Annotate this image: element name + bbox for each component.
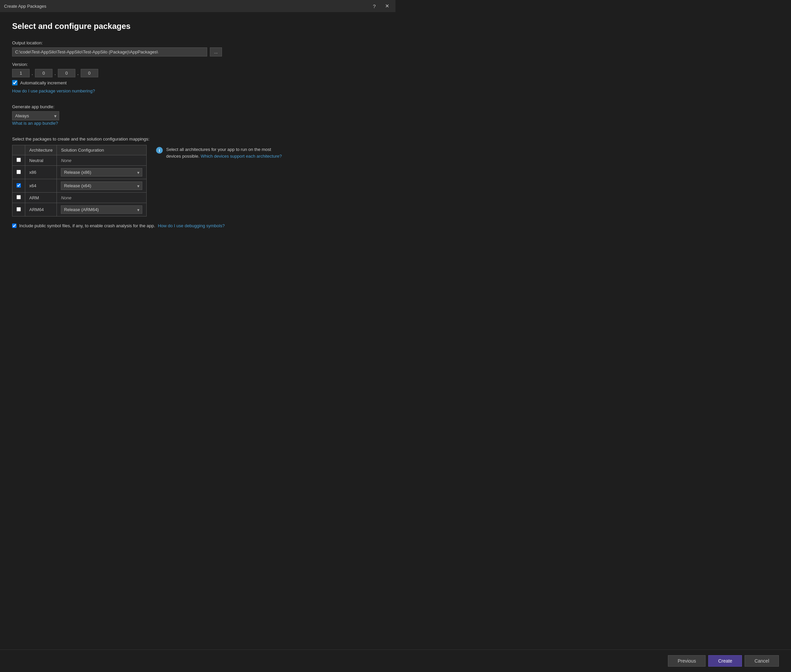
info-icon: i bbox=[156, 147, 163, 154]
checkbox-x64[interactable] bbox=[16, 183, 21, 187]
version-revision[interactable] bbox=[81, 69, 98, 77]
debugging-symbols-link[interactable]: How do I use debugging symbols? bbox=[158, 223, 225, 228]
devices-support-link[interactable]: Which devices support each architecture? bbox=[201, 154, 282, 159]
config-arm64-select[interactable]: Release (ARM64) bbox=[61, 205, 142, 214]
version-label: Version: bbox=[12, 62, 383, 67]
symbol-files-section: Include public symbol files, if any, to … bbox=[12, 223, 383, 228]
architecture-table: Architecture Solution Configuration Neut… bbox=[12, 145, 147, 216]
table-row: Neutral None bbox=[13, 155, 147, 166]
check-cell-neutral bbox=[13, 155, 25, 166]
output-location-section: Output location: ... bbox=[12, 40, 383, 56]
checkbox-arm64[interactable] bbox=[16, 207, 21, 211]
version-numbering-link[interactable]: How do I use package version numbering? bbox=[12, 88, 95, 93]
config-neutral-value: None bbox=[61, 158, 71, 163]
generate-bundle-label: Generate app bundle: bbox=[12, 104, 383, 109]
app-bundle-link[interactable]: What is an app bundle? bbox=[12, 121, 58, 126]
checkbox-x86[interactable] bbox=[16, 170, 21, 174]
version-minor[interactable] bbox=[35, 69, 53, 77]
config-x64-select[interactable]: Release (x64) bbox=[61, 182, 142, 190]
auto-increment-row: Automatically increment bbox=[12, 80, 383, 85]
title-bar: Create App Packages ? ✕ bbox=[0, 0, 396, 12]
output-location-row: ... bbox=[12, 47, 383, 56]
arch-arm64: ARM64 bbox=[25, 203, 57, 216]
check-cell-x64 bbox=[13, 179, 25, 193]
symbol-files-label: Include public symbol files, if any, to … bbox=[19, 223, 155, 228]
packages-section: Select the packages to create and the so… bbox=[12, 136, 383, 216]
table-header-row: Architecture Solution Configuration bbox=[13, 145, 147, 155]
generate-bundle-dropdown[interactable]: Always As needed Never bbox=[12, 111, 59, 120]
auto-increment-label: Automatically increment bbox=[20, 80, 67, 85]
version-build[interactable] bbox=[58, 69, 75, 77]
table-row: x64 Release (x64) bbox=[13, 179, 147, 193]
config-x86-wrapper: Release (x86) bbox=[61, 168, 142, 176]
config-neutral: None bbox=[57, 155, 147, 166]
checkbox-arm[interactable] bbox=[16, 195, 21, 199]
config-x86-select[interactable]: Release (x86) bbox=[61, 168, 142, 176]
version-dot-1: . bbox=[31, 70, 34, 76]
config-x86: Release (x86) bbox=[57, 166, 147, 179]
check-cell-arm64 bbox=[13, 203, 25, 216]
config-arm64-wrapper: Release (ARM64) bbox=[61, 205, 142, 214]
info-panel: i Select all architectures for your app … bbox=[156, 145, 284, 159]
check-cell-x86 bbox=[13, 166, 25, 179]
generate-bundle-wrapper: Always As needed Never bbox=[12, 111, 59, 120]
version-section: Version: . . . Automatically increment H… bbox=[12, 62, 383, 99]
arch-arm: ARM bbox=[25, 193, 57, 203]
version-inputs: . . . bbox=[12, 69, 383, 77]
config-x64-wrapper: Release (x64) bbox=[61, 182, 142, 190]
arch-neutral: Neutral bbox=[25, 155, 57, 166]
output-location-label: Output location: bbox=[12, 40, 383, 45]
version-dot-2: . bbox=[54, 70, 56, 76]
packages-layout: Architecture Solution Configuration Neut… bbox=[12, 145, 383, 216]
check-cell-arm bbox=[13, 193, 25, 203]
generate-bundle-section: Generate app bundle: Always As needed Ne… bbox=[12, 104, 383, 131]
config-arm-value: None bbox=[61, 195, 71, 200]
title-bar-actions: ? ✕ bbox=[371, 2, 391, 10]
output-path-input[interactable] bbox=[12, 47, 207, 56]
config-arm: None bbox=[57, 193, 147, 203]
arch-x64: x64 bbox=[25, 179, 57, 193]
browse-button[interactable]: ... bbox=[210, 47, 222, 56]
info-text: Select all architectures for your app to… bbox=[166, 146, 284, 159]
auto-increment-checkbox[interactable] bbox=[12, 80, 18, 85]
config-x64: Release (x64) bbox=[57, 179, 147, 193]
generate-bundle-row: Always As needed Never bbox=[12, 111, 383, 120]
checkbox-neutral[interactable] bbox=[16, 158, 21, 162]
col-architecture: Architecture bbox=[25, 145, 57, 155]
col-solution-config: Solution Configuration bbox=[57, 145, 147, 155]
config-arm64: Release (ARM64) bbox=[57, 203, 147, 216]
close-button[interactable]: ✕ bbox=[383, 2, 391, 10]
version-major[interactable] bbox=[12, 69, 30, 77]
page-title: Select and configure packages bbox=[12, 21, 383, 31]
table-row: ARM None bbox=[13, 193, 147, 203]
table-row: x86 Release (x86) bbox=[13, 166, 147, 179]
arch-x86: x86 bbox=[25, 166, 57, 179]
table-row: ARM64 Release (ARM64) bbox=[13, 203, 147, 216]
help-button[interactable]: ? bbox=[371, 3, 378, 10]
symbol-files-checkbox[interactable] bbox=[12, 224, 16, 228]
title-bar-title: Create App Packages bbox=[4, 4, 46, 9]
col-check bbox=[13, 145, 25, 155]
packages-description: Select the packages to create and the so… bbox=[12, 136, 383, 142]
dialog-content: Select and configure packages Output loc… bbox=[0, 12, 396, 245]
version-dot-3: . bbox=[77, 70, 79, 76]
